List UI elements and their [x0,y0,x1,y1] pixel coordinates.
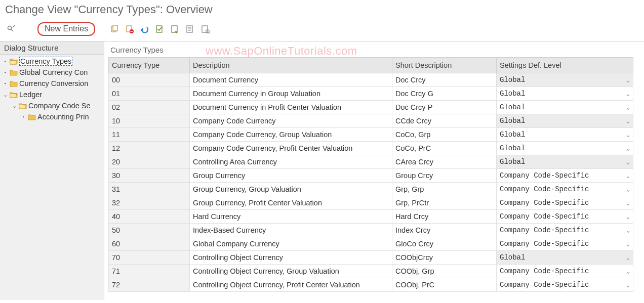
cell-settings-level[interactable]: Global⌄ [497,142,633,155]
cell-settings-level[interactable]: Company Code-Specific⌄ [497,278,633,292]
cell-settings-level[interactable]: Global⌄ [497,114,633,128]
cell-settings-level[interactable]: Global⌄ [497,128,633,142]
cell-currency-type[interactable]: 40 [109,210,190,224]
chevron-down-icon[interactable]: ⌄ [626,104,630,111]
caret-down-icon[interactable]: ⌄ [2,92,8,98]
table-row[interactable]: 31Group Currency, Group ValuationGrp, Gr… [109,183,633,196]
chevron-down-icon[interactable]: ⌄ [626,200,630,206]
chevron-down-icon[interactable]: ⌄ [626,172,630,179]
cell-currency-type[interactable]: 32 [109,196,190,210]
tree-node-label[interactable]: Currency Conversion [19,79,88,88]
cell-settings-level[interactable]: Global⌄ [497,101,633,114]
tree-node[interactable]: ⌄Ledger [2,89,103,100]
col-description[interactable]: Description [190,58,392,73]
cell-settings-level[interactable]: Company Code-Specific⌄ [497,196,633,210]
tree-node-label[interactable]: Currency Types [19,57,72,66]
tree-node[interactable]: ▪Global Currency Con [2,67,103,78]
tree-node-label[interactable]: Company Code Se [28,102,91,110]
cell-settings-level[interactable]: Company Code-Specific⌄ [497,183,633,196]
cell-currency-type[interactable]: 12 [109,142,190,155]
deselect-all-icon[interactable] [185,24,195,34]
chevron-down-icon[interactable]: ⌄ [626,145,630,152]
cell-description: Group Currency [190,169,392,183]
select-all-icon[interactable] [155,24,165,34]
select-block-icon[interactable] [170,24,180,34]
cell-short-description: Group Crcy [392,169,497,183]
cell-currency-type[interactable]: 10 [109,114,190,128]
chevron-down-icon[interactable]: ⌄ [626,213,630,220]
tree-node-label[interactable]: Global Currency Con [19,68,88,76]
table-row[interactable]: 30Group CurrencyGroup CrcyCompany Code-S… [109,169,633,183]
cell-currency-type[interactable]: 71 [109,265,190,278]
cell-settings-level[interactable]: Company Code-Specific⌄ [497,224,633,237]
cell-currency-type[interactable]: 00 [109,73,190,87]
settings-level-value: Global [500,117,525,125]
chevron-down-icon[interactable]: ⌄ [626,91,630,97]
cell-settings-level[interactable]: Global⌄ [497,87,633,101]
cell-settings-level[interactable]: Company Code-Specific⌄ [497,237,633,251]
tree-node[interactable]: ▪Currency Types [2,56,103,67]
table-row[interactable]: 60Global Company CurrencyGloCo CrcyCompa… [109,237,633,251]
table-row[interactable]: 12Company Code Currency, Profit Center V… [109,142,633,155]
table-row[interactable]: 71Controlling Object Currency, Group Val… [109,265,633,278]
caret-down-icon[interactable]: ⌄ [11,103,17,109]
table-row[interactable]: 72Controlling Object Currency, Profit Ce… [109,278,633,292]
chevron-down-icon[interactable]: ⌄ [626,282,630,288]
cell-settings-level[interactable]: Company Code-Specific⌄ [497,210,633,224]
cell-currency-type[interactable]: 30 [109,169,190,183]
cell-currency-type[interactable]: 01 [109,87,190,101]
table-row[interactable]: 50Index-Based CurrencyIndex CrcyCompany … [109,224,633,237]
cell-settings-level[interactable]: Company Code-Specific⌄ [497,265,633,278]
cell-settings-level[interactable]: Company Code-Specific⌄ [497,169,633,183]
table-row[interactable]: 20Controlling Area CurrencyCArea CrcyGlo… [109,155,633,169]
cell-settings-level[interactable]: Global⌄ [497,251,633,265]
cell-currency-type[interactable]: 72 [109,278,190,292]
tree-node[interactable]: ⌄Company Code Se [2,100,103,111]
cell-currency-type[interactable]: 20 [109,155,190,169]
new-entries-button[interactable]: New Entries [37,22,95,36]
table-row[interactable]: 00Document CurrencyDoc CrcyGlobal⌄ [109,73,633,87]
table-row[interactable]: 70Controlling Object CurrencyCOObjCrcyGl… [109,251,633,265]
table-row[interactable]: 02Document Currency in Profit Center Val… [109,101,633,114]
chevron-down-icon[interactable]: ⌄ [626,268,630,275]
chevron-down-icon[interactable]: ⌄ [626,186,630,193]
copy-as-icon[interactable] [109,24,119,34]
table-row[interactable]: 01Document Currency in Group ValuationDo… [109,87,633,101]
tree-node[interactable]: ▪Currency Conversion [2,78,103,89]
svg-point-0 [8,26,12,29]
cell-currency-type[interactable]: 60 [109,237,190,251]
table-row[interactable]: 11Company Code Currency, Group Valuation… [109,128,633,142]
config-icon[interactable] [200,24,211,34]
cell-currency-type[interactable]: 70 [109,251,190,265]
grid-title: Currency Types [108,45,642,57]
chevron-down-icon[interactable]: ⌄ [626,77,630,83]
col-settings-level[interactable]: Settings Def. Level [497,58,633,73]
chevron-down-icon[interactable]: ⌄ [626,227,630,234]
table-row[interactable]: 40Hard CurrencyHard CrcyCompany Code-Spe… [109,210,633,224]
chevron-down-icon[interactable]: ⌄ [626,241,630,247]
dialog-structure-panel: Dialog Structure ▪Currency Types▪Global … [0,41,104,300]
tree-node[interactable]: ▪Accounting Prin [2,111,103,122]
undo-icon[interactable] [140,24,150,34]
cell-settings-level[interactable]: Global⌄ [497,73,633,87]
display-change-icon[interactable] [6,24,16,34]
cell-currency-type[interactable]: 02 [109,101,190,114]
cell-currency-type[interactable]: 11 [109,128,190,142]
table-row[interactable]: 32Group Currency, Profit Center Valuatio… [109,196,633,210]
tree-node-label[interactable]: Ledger [19,91,42,99]
col-currency-type[interactable]: Currency Type [109,58,190,73]
cell-currency-type[interactable]: 31 [109,183,190,196]
cell-description: Global Company Currency [190,237,392,251]
chevron-down-icon[interactable]: ⌄ [626,132,630,138]
chevron-down-icon[interactable]: ⌄ [626,159,630,165]
table-row[interactable]: 10Company Code CurrencyCCde CrcyGlobal⌄ [109,114,633,128]
cell-settings-level[interactable]: Global⌄ [497,155,633,169]
tree-node-label[interactable]: Accounting Prin [37,113,89,121]
cell-short-description: Grp, Grp [392,183,497,196]
delete-icon[interactable] [125,24,135,34]
cell-currency-type[interactable]: 50 [109,224,190,237]
chevron-down-icon[interactable]: ⌄ [626,254,630,261]
col-short-description[interactable]: Short Description [392,58,497,73]
cell-description: Controlling Object Currency, Profit Cent… [190,278,392,292]
chevron-down-icon[interactable]: ⌄ [626,118,630,124]
